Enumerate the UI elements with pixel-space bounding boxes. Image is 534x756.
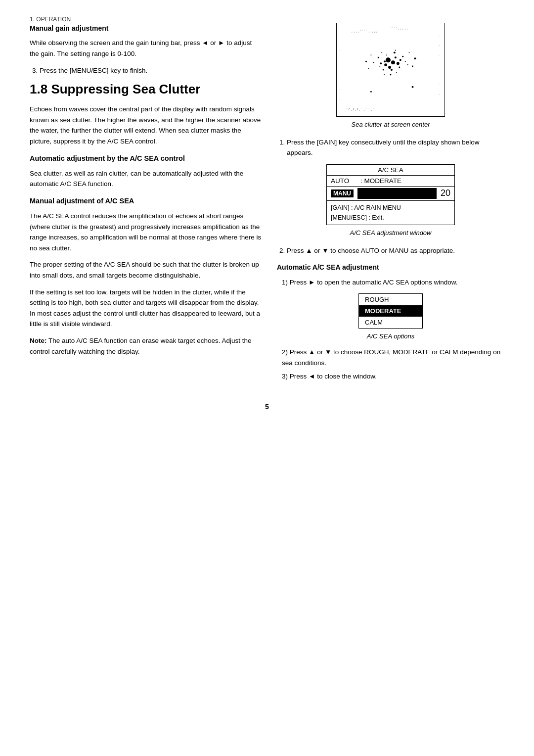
auto-adjustment-section: Automatic A/C SEA adjustment 1) Press ► … xyxy=(277,262,504,382)
manual-section-p2: The proper setting of the A/C SEA should… xyxy=(30,259,262,281)
radar-figure-container: , , , , ' ' ' ' , , , , , ' ' ' ' , , , … xyxy=(277,23,504,130)
svg-point-28 xyxy=(378,57,379,58)
svg-text:`: ` xyxy=(439,74,440,78)
svg-text:`: ` xyxy=(339,98,340,102)
svg-point-39 xyxy=(384,74,385,75)
option-rough: ROUGH xyxy=(359,294,422,305)
auto-adj-step1: 1) Press ► to open the automatic A/C SEA… xyxy=(282,277,504,288)
ac-sea-auto-label: AUTO xyxy=(331,177,360,185)
options-box: ROUGH MODERATE CALM xyxy=(358,293,423,329)
ac-sea-box: A/C SEA AUTO : MODERATE MANU 20 [GAIN] :… xyxy=(326,164,455,225)
svg-point-30 xyxy=(383,69,384,71)
svg-point-17 xyxy=(386,57,391,62)
svg-point-41 xyxy=(381,52,382,53)
radar-svg: , , , , ' ' ' ' , , , , , ' ' ' ' , , , … xyxy=(337,23,445,116)
svg-point-40 xyxy=(395,49,396,50)
svg-point-37 xyxy=(407,64,408,65)
svg-text:`: ` xyxy=(339,89,340,93)
svg-point-44 xyxy=(365,61,367,62)
manu-bar xyxy=(357,188,437,199)
manual-section-p1: The A/C SEA control reduces the amplific… xyxy=(30,211,262,253)
page-header: 1. OPERATION xyxy=(30,15,504,23)
right-step1: Press the [GAIN] key consecutively until… xyxy=(287,137,504,158)
svg-point-38 xyxy=(390,74,392,75)
manual-gain-paragraph: While observing the screen and the gain … xyxy=(30,38,262,59)
svg-point-33 xyxy=(405,61,406,62)
svg-text:`: ` xyxy=(339,49,340,53)
manual-gain-section: Manual gain adjustment While observing t… xyxy=(30,23,262,76)
svg-text:' / , / , / , ` , ` ` , ` `: ' / , / , / , ` , ` ` , ` ` xyxy=(347,107,377,111)
svg-point-48 xyxy=(412,86,414,88)
page-number: 5 xyxy=(30,403,504,411)
option-calm: CALM xyxy=(359,317,422,328)
right-column: , , , , ' ' ' ' , , , , , ' ' ' ' , , , … xyxy=(277,23,504,388)
svg-point-34 xyxy=(386,54,387,55)
note-label: Note: xyxy=(30,337,47,344)
svg-text:`: ` xyxy=(339,79,340,83)
svg-point-31 xyxy=(399,67,400,68)
options-caption: A/C SEA options xyxy=(277,331,504,342)
svg-point-24 xyxy=(397,62,400,65)
manu-tag: MANU xyxy=(331,189,354,197)
svg-point-43 xyxy=(412,66,413,67)
svg-point-21 xyxy=(388,66,391,69)
svg-text:, , , , ' ' ' ' , , , , ,: , , , , ' ' ' ' , , , , , xyxy=(352,29,377,33)
svg-point-29 xyxy=(402,56,403,57)
svg-point-19 xyxy=(384,63,387,66)
auto-section-paragraph: Sea clutter, as well as rain clutter, ca… xyxy=(30,168,262,189)
svg-point-26 xyxy=(380,62,382,64)
svg-point-46 xyxy=(409,52,410,53)
svg-point-35 xyxy=(396,72,397,73)
intro-paragraph: Echoes from waves cover the central part… xyxy=(30,104,262,146)
auto-adj-step2: 2) Press ▲ or ▼ to choose ROUGH, MODERAT… xyxy=(282,347,504,368)
svg-text:`: ` xyxy=(439,45,440,48)
ac-sea-auto-value: : MODERATE xyxy=(360,177,450,185)
svg-point-49 xyxy=(370,91,372,93)
manual-section-title: Manual adjustment of A/C SEA xyxy=(30,195,262,207)
chapter-title-section: 1.8 Suppressing Sea Clutter xyxy=(30,82,262,97)
ac-sea-header: A/C SEA xyxy=(327,165,454,176)
svg-point-22 xyxy=(384,60,386,62)
svg-text:`: ` xyxy=(439,54,440,58)
svg-text:`: ` xyxy=(439,94,440,97)
auto-section: Automatic adjustment by the A/C SEA cont… xyxy=(30,153,262,189)
left-column: Manual gain adjustment While observing t… xyxy=(30,23,262,388)
ac-sea-manu-row: MANU 20 xyxy=(327,187,454,201)
svg-point-42 xyxy=(414,57,416,59)
svg-point-20 xyxy=(395,56,397,58)
svg-point-25 xyxy=(394,51,396,53)
manual-gain-step3: Press the [MENU/ESC] key to finish. xyxy=(40,65,262,76)
note-text: The auto A/C SEA function can erase weak… xyxy=(30,337,252,355)
svg-text:`: ` xyxy=(339,69,340,73)
ac-sea-footer: [GAIN] : A/C RAIN MENU [MENU/ESC] : Exit… xyxy=(327,201,454,225)
manu-number: 20 xyxy=(441,188,450,198)
svg-point-45 xyxy=(368,68,369,69)
manual-section: Manual adjustment of A/C SEA The A/C SEA… xyxy=(30,195,262,357)
chapter-title: 1.8 Suppressing Sea Clutter xyxy=(30,82,262,97)
svg-text:`: ` xyxy=(439,35,440,39)
option-moderate: MODERATE xyxy=(359,305,422,317)
radar-figure: , , , , ' ' ' ' , , , , , ' ' ' ' , , , … xyxy=(336,23,445,117)
ac-sea-footer-line1: [GAIN] : A/C RAIN MENU xyxy=(331,203,450,213)
auto-adjustment-title: Automatic A/C SEA adjustment xyxy=(277,262,504,273)
svg-point-18 xyxy=(391,60,395,64)
svg-point-36 xyxy=(373,62,374,63)
manual-gain-title: Manual gain adjustment xyxy=(30,23,262,34)
right-step2: Press ▲ or ▼ to choose AUTO or MANU as a… xyxy=(287,245,504,256)
radar-figure-caption: Sea clutter at screen center xyxy=(277,120,504,130)
svg-text:`: ` xyxy=(439,64,440,68)
svg-point-47 xyxy=(370,54,371,55)
svg-text:' ' ' ' , , , , ,: ' ' ' ' , , , , , xyxy=(391,26,408,30)
ac-sea-caption: A/C SEA adjustment window xyxy=(277,228,504,238)
ac-sea-footer-line2: [MENU/ESC] : Exit. xyxy=(331,213,450,223)
svg-text:`: ` xyxy=(439,84,440,88)
svg-text:`: ` xyxy=(339,59,340,63)
svg-point-27 xyxy=(400,59,401,61)
svg-point-23 xyxy=(391,69,393,71)
ac-sea-auto-row: AUTO : MODERATE xyxy=(327,176,454,187)
auto-section-title: Automatic adjustment by the A/C SEA cont… xyxy=(30,153,262,164)
auto-adj-step3: 3) Press ◄ to close the window. xyxy=(282,371,504,382)
note-paragraph: Note: The auto A/C SEA function can eras… xyxy=(30,335,262,357)
svg-point-32 xyxy=(379,66,380,67)
manual-section-p3: If the setting is set too low, targets w… xyxy=(30,287,262,330)
